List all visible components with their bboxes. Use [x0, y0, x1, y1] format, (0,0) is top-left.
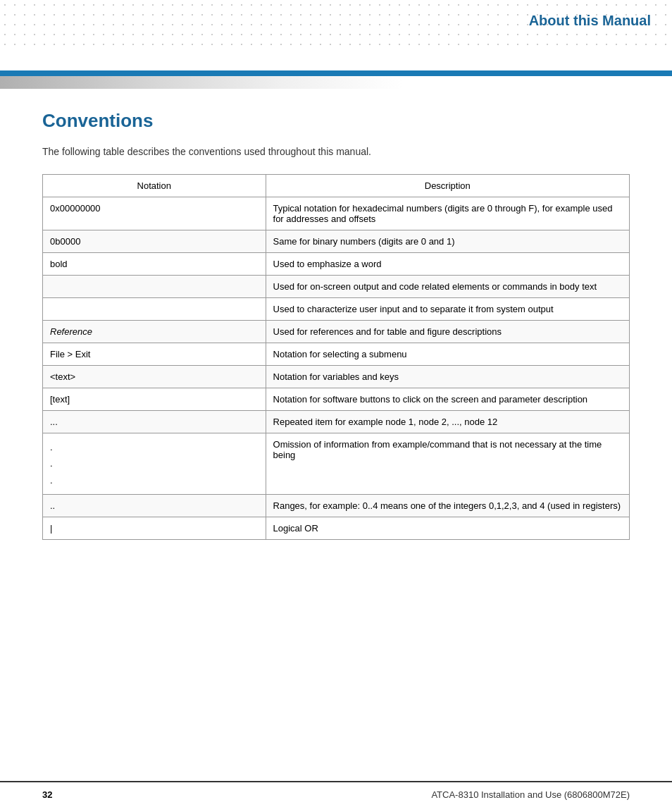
table-row: <text>Notation for variables and keys	[43, 366, 630, 388]
table-row: |Logical OR	[43, 517, 630, 540]
table-cell-notation: ..	[43, 495, 266, 517]
blue-rule-decoration	[0, 70, 672, 76]
table-cell-notation: |	[43, 517, 266, 540]
table-cell-notation: bold	[43, 253, 266, 276]
table-row: ReferenceUsed for references and for tab…	[43, 321, 630, 343]
table-cell-description: Repeated item for example node 1, node 2…	[266, 411, 629, 433]
table-cell-description: Ranges, for example: 0..4 means one of t…	[266, 495, 629, 517]
table-row: 0b0000Same for binary numbers (digits ar…	[43, 230, 630, 253]
table-cell-notation: ...	[43, 411, 266, 433]
section-heading: Conventions	[42, 110, 630, 132]
table-header-row: Notation Description	[43, 175, 630, 197]
footer-page-number: 32	[42, 789, 52, 800]
table-cell-description: Used to emphasize a word	[266, 253, 629, 276]
col-header-notation: Notation	[43, 175, 266, 197]
table-row: ...Repeated item for example node 1, nod…	[43, 411, 630, 433]
table-row: . . .Omission of information from exampl…	[43, 433, 630, 495]
table-cell-description: Notation for variables and keys	[266, 366, 629, 388]
table-row: Used to characterize user input and to s…	[43, 298, 630, 321]
footer-document-title: ATCA-8310 Installation and Use (6806800M…	[431, 789, 630, 800]
table-cell-description: Logical OR	[266, 517, 629, 540]
table-cell-notation: . . .	[43, 433, 266, 495]
page-footer: 32 ATCA-8310 Installation and Use (68068…	[0, 781, 672, 807]
table-cell-description: Omission of information from example/com…	[266, 433, 629, 495]
table-cell-description: Typical notation for hexadecimal numbers…	[266, 197, 629, 230]
table-cell-notation: 0b0000	[43, 230, 266, 253]
table-cell-description: Notation for selecting a submenu	[266, 343, 629, 366]
table-row: File > ExitNotation for selecting a subm…	[43, 343, 630, 366]
table-row: ..Ranges, for example: 0..4 means one of…	[43, 495, 630, 517]
table-cell-description: Used to characterize user input and to s…	[266, 298, 629, 321]
main-content: Conventions The following table describe…	[0, 89, 672, 582]
table-cell-notation: Reference	[43, 321, 266, 343]
table-row: boldUsed to emphasize a word	[43, 253, 630, 276]
table-row: 0x00000000Typical notation for hexadecim…	[43, 197, 630, 230]
table-cell-notation: File > Exit	[43, 343, 266, 366]
table-cell-description: Notation for software buttons to click o…	[266, 388, 629, 411]
table-cell-notation: 0x00000000	[43, 197, 266, 230]
table-cell-description: Used for on-screen output and code relat…	[266, 276, 629, 298]
gray-swoosh-decoration	[0, 76, 403, 89]
table-cell-notation: [text]	[43, 388, 266, 411]
header: About this Manual	[0, 0, 672, 70]
table-cell-description: Used for references and for table and fi…	[266, 321, 629, 343]
table-cell-notation	[43, 276, 266, 298]
intro-paragraph: The following table describes the conven…	[42, 146, 630, 157]
header-title-bar: About this Manual	[529, 0, 672, 36]
table-cell-notation: <text>	[43, 366, 266, 388]
table-row: Used for on-screen output and code relat…	[43, 276, 630, 298]
table-cell-notation	[43, 298, 266, 321]
col-header-description: Description	[266, 175, 629, 197]
table-row: [text]Notation for software buttons to c…	[43, 388, 630, 411]
page-title: About this Manual	[529, 13, 651, 29]
table-cell-description: Same for binary numbers (digits are 0 an…	[266, 230, 629, 253]
conventions-table: Notation Description 0x00000000Typical n…	[42, 174, 630, 540]
